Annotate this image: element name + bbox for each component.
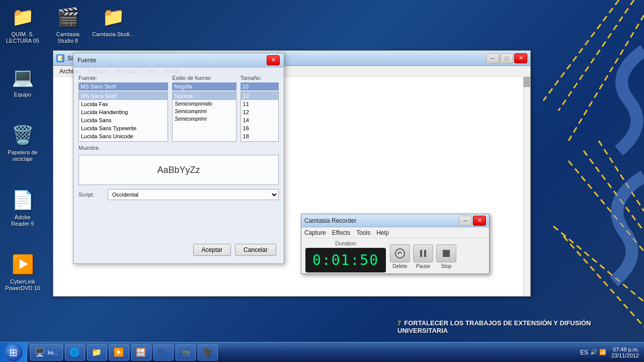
- cyberlink-label: CyberLink PowerDVD 10: [5, 279, 40, 292]
- font-columns: Fuente: MS Sans Serif MS Sans Serif Luci…: [78, 75, 279, 142]
- style-item-semi1[interactable]: Semicomprimido: [173, 100, 235, 108]
- size-item-10[interactable]: 10: [241, 92, 278, 100]
- preview-section: Muestra AaBbYyZz: [78, 145, 279, 185]
- stop-button[interactable]: Stop: [436, 244, 456, 269]
- recorder-minimize-button[interactable]: ─: [459, 216, 472, 226]
- cancel-button[interactable]: Cancelar: [235, 244, 276, 256]
- desktop-icon-equipo[interactable]: 💻 Equipo: [5, 65, 40, 98]
- papelera-icon: 🗑️: [11, 123, 35, 147]
- svg-rect-12: [443, 250, 450, 257]
- recorder-window-title: Camtasia Recorder: [304, 217, 459, 224]
- start-button[interactable]: ⊞: [0, 342, 27, 363]
- desktop-icon-quim[interactable]: 📁 QUIM. S. LECTURA 05: [5, 5, 40, 44]
- size-item-14[interactable]: 14: [241, 116, 278, 124]
- notepad-window-controls[interactable]: ─ □ ✕: [486, 53, 527, 63]
- style-column: Estilo de fuente: Negrita Normal Semicom…: [172, 75, 236, 142]
- camtasia8-icon: 🎬: [56, 5, 80, 29]
- size-column: Tamaño: 10 10 11 12 14 16 18 20: [240, 75, 279, 142]
- script-label: Script:: [78, 192, 104, 198]
- desktop-icon-camtasia8[interactable]: 🎬 Camtasia Studio 8: [50, 5, 86, 44]
- preview-text: AaBbYyZz: [157, 165, 200, 175]
- font-item-lucidasanstypewrite[interactable]: Lucida Sans Typewrite: [79, 124, 168, 132]
- desktop-icons-top: 📁 QUIM. S. LECTURA 05 🎬 Camtasia Studio …: [5, 5, 131, 44]
- size-item-11[interactable]: 11: [241, 100, 278, 108]
- font-item-lucidasansunicode[interactable]: Lucida Sans Unicode: [79, 132, 168, 140]
- font-dialog-title: Fuente: [77, 57, 267, 64]
- size-selected-bar: 10: [240, 82, 279, 90]
- recorder-close-button[interactable]: ✕: [473, 216, 486, 226]
- recorder-controls: Delete Pause: [390, 244, 456, 269]
- script-row: Script: Occidental: [78, 189, 279, 200]
- taskbar-item-word[interactable]: W: [153, 344, 174, 360]
- papelera-label: Papelera de reciclaje: [5, 149, 40, 162]
- style-item-semi3[interactable]: Semicomprimi: [173, 115, 235, 123]
- clock: 07:48 p.m. 23/11/2012: [611, 346, 639, 358]
- svg-line-0: [543, 0, 619, 101]
- taskbar-item-ke[interactable]: 🖥️ ke...: [30, 344, 63, 360]
- tray-network-icon: 📶: [599, 349, 606, 355]
- menu-tools[interactable]: Tools: [356, 229, 370, 236]
- desktop-icon-papelera[interactable]: 🗑️ Papelera de reciclaje: [5, 123, 40, 162]
- notepad-maximize-button[interactable]: □: [500, 53, 513, 63]
- size-listbox[interactable]: 10 11 12 14 16 18 20: [240, 92, 279, 142]
- taskbar-icon-folder: 📁: [92, 347, 102, 357]
- taskbar-icon-ke: 🖥️: [35, 347, 45, 357]
- adobe-icon: 📄: [11, 188, 35, 212]
- style-item-normal[interactable]: Normal: [173, 92, 235, 100]
- size-item-18[interactable]: 18: [241, 132, 278, 140]
- scrollbar-thumb[interactable]: [524, 77, 531, 87]
- taskbar-item-rec1[interactable]: 📹: [176, 344, 196, 360]
- taskbar-item-media[interactable]: ▶️: [109, 344, 129, 360]
- taskbar-label-ke: ke...: [48, 349, 58, 355]
- desktop-icon-camtasiastudi[interactable]: 📁 Camtasia.Studi...: [96, 5, 131, 44]
- equipo-label: Equipo: [14, 92, 31, 98]
- font-listbox[interactable]: MS Sans Serif Lucida Fax Lucida Handwrit…: [78, 92, 168, 142]
- pause-button[interactable]: Pause: [413, 244, 433, 269]
- recorder-window-controls[interactable]: ─ ✕: [459, 216, 486, 226]
- taskbar-icon-ie: 🌐: [69, 347, 79, 357]
- notepad-close-button[interactable]: ✕: [514, 53, 527, 63]
- desktop: 📁 QUIM. S. LECTURA 05 🎬 Camtasia Studio …: [0, 0, 644, 362]
- font-selected-bar: MS Sans Serif: [78, 82, 168, 90]
- delete-icon: [390, 244, 410, 262]
- style-listbox[interactable]: Normal Semicomprimido Semicomprimi Semic…: [172, 92, 236, 142]
- taskbar-icon-rec1: 📹: [180, 347, 190, 357]
- tray-volume-icon: 🔊: [590, 349, 597, 355]
- taskbar-item-ie[interactable]: 🌐: [65, 344, 85, 360]
- delete-label: Delete: [393, 263, 408, 269]
- taskbar-icon-word: W: [158, 348, 166, 357]
- duration-display: 0:01:50: [305, 248, 386, 273]
- notepad-minimize-button[interactable]: ─: [486, 53, 499, 63]
- accept-button[interactable]: Aceptar: [193, 244, 231, 256]
- size-item-16[interactable]: 16: [241, 124, 278, 132]
- menu-help[interactable]: Help: [376, 229, 389, 236]
- font-item-lucidahandwriting[interactable]: Lucida Handwriting: [79, 108, 168, 116]
- font-item-lucidasans[interactable]: Lucida Sans: [79, 116, 168, 124]
- stop-icon: [436, 244, 456, 262]
- pause-label: Pause: [416, 263, 430, 269]
- camtasia8-label: Camtasia Studio 8: [50, 31, 86, 44]
- desktop-icon-adobe[interactable]: 📄 Adobe Reader 9: [5, 188, 40, 227]
- font-column: Fuente: MS Sans Serif MS Sans Serif Luci…: [78, 75, 168, 142]
- delete-button[interactable]: Delete: [390, 244, 410, 269]
- menu-effects[interactable]: Effects: [332, 229, 350, 236]
- font-dialog-close-button[interactable]: ✕: [267, 55, 280, 65]
- font-item-lucidafax[interactable]: Lucida Fax: [79, 100, 168, 108]
- size-item-12[interactable]: 12: [241, 108, 278, 116]
- taskbar: ⊞ 🖥️ ke... 🌐 📁 ▶️ 🪟 W 📹: [0, 342, 644, 362]
- notepad-scrollbar[interactable]: [523, 77, 530, 296]
- taskbar-item-win[interactable]: 🪟: [131, 344, 151, 360]
- size-item-20[interactable]: 20: [241, 140, 278, 142]
- notepad-icon: 📝: [56, 54, 64, 62]
- font-dialog-controls[interactable]: ✕: [267, 55, 280, 65]
- script-select[interactable]: Occidental: [108, 189, 279, 200]
- taskbar-item-folder[interactable]: 📁: [87, 344, 107, 360]
- system-tray: ES 🔊 📶: [580, 349, 606, 356]
- menu-capture[interactable]: Capture: [304, 229, 326, 236]
- desktop-icon-cyberlink[interactable]: ▶️ CyberLink PowerDVD 10: [5, 252, 40, 292]
- taskbar-item-rec2[interactable]: 🎥: [198, 344, 218, 360]
- font-item-selected[interactable]: MS Sans Serif: [79, 92, 168, 100]
- bottom-number: 7: [397, 319, 401, 327]
- camtasiastudi-icon: 📁: [101, 5, 125, 29]
- style-item-semi2[interactable]: Semicomprimi: [173, 108, 235, 115]
